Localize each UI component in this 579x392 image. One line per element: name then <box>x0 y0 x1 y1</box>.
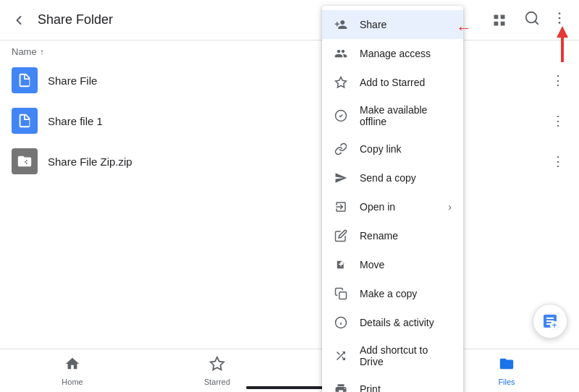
list-item[interactable]: Share File Zip.zip ⋮ <box>0 141 579 182</box>
svg-point-7 <box>559 17 561 20</box>
file-name: Share file 1 <box>48 115 549 127</box>
menu-item-open-in[interactable]: Open in › <box>322 192 463 221</box>
svg-rect-2 <box>494 21 499 25</box>
star-nav-icon <box>209 356 225 376</box>
nav-label-starred: Starred <box>204 378 230 386</box>
menu-item-shortcut[interactable]: Add shortcut to Drive <box>322 337 463 375</box>
svg-point-8 <box>559 22 561 24</box>
home-indicator <box>246 386 333 389</box>
nav-label-home: Home <box>62 378 83 386</box>
file-type-icon <box>12 67 38 93</box>
file-list: Name ↑ Share File ⋮ Share file 1 ⋮ Share… <box>0 41 579 182</box>
context-menu: Share Manage access Add to Starred Make … <box>322 6 463 392</box>
nav-label-files: Files <box>498 378 515 386</box>
svg-marker-18 <box>557 26 568 38</box>
svg-text:+: + <box>551 320 557 330</box>
file-more-button[interactable]: ⋮ <box>549 110 567 132</box>
svg-marker-22 <box>211 357 224 369</box>
menu-item-make-offline[interactable]: Make available offline <box>322 97 463 135</box>
file-more-button[interactable]: ⋮ <box>549 150 567 172</box>
file-name: Share File Zip.zip <box>48 155 549 168</box>
sort-arrow: ↑ <box>40 47 44 57</box>
menu-item-send-copy[interactable]: Send a copy <box>322 163 463 192</box>
menu-label-send-copy: Send a copy <box>360 172 452 184</box>
menu-label-add-starred: Add to Starred <box>360 77 452 88</box>
grid-view-button[interactable] <box>486 7 512 33</box>
copy-icon <box>334 286 348 301</box>
menu-label-share: Share <box>360 19 452 30</box>
menu-item-share[interactable]: Share <box>322 10 463 39</box>
menu-label-make-offline: Make available offline <box>360 104 452 127</box>
files-nav-icon <box>499 356 515 376</box>
menu-item-add-starred[interactable]: Add to Starred <box>322 68 463 97</box>
send-icon <box>334 171 348 185</box>
menu-item-details[interactable]: Details & activity <box>322 308 463 337</box>
list-item[interactable]: Share file 1 ⋮ <box>0 101 579 141</box>
menu-label-copy-link: Copy link <box>360 143 452 155</box>
menu-label-shortcut: Add shortcut to Drive <box>360 344 452 367</box>
annotation-arrow-horizontal: ← <box>456 19 472 38</box>
back-button[interactable] <box>12 13 26 27</box>
link-icon <box>334 142 348 156</box>
menu-label-rename: Rename <box>360 230 452 242</box>
bottom-navigation: Home Starred Shared Files <box>0 349 579 392</box>
home-icon <box>64 356 80 376</box>
svg-marker-9 <box>336 77 347 88</box>
search-icon[interactable] <box>524 10 540 30</box>
create-fab[interactable]: + <box>533 304 567 338</box>
header: Share Folder <box>0 0 579 41</box>
menu-label-move: Move <box>360 259 452 270</box>
nav-item-home[interactable]: Home <box>0 351 145 391</box>
shortcut-icon <box>334 349 348 363</box>
nav-item-starred[interactable]: Starred <box>145 351 290 391</box>
print-icon <box>334 382 348 392</box>
header-actions <box>486 7 567 33</box>
svg-rect-0 <box>494 14 499 19</box>
sort-label: Name <box>12 46 37 57</box>
list-item[interactable]: Share File ⋮ <box>0 60 579 101</box>
person-add-icon <box>334 17 348 32</box>
file-name: Share File <box>48 74 549 87</box>
menu-label-open-in: Open in <box>360 201 436 213</box>
menu-label-manage-access: Manage access <box>360 48 452 59</box>
edit-icon <box>334 229 348 243</box>
menu-item-make-copy[interactable]: Make a copy <box>322 279 463 308</box>
submenu-arrow: › <box>448 201 452 213</box>
menu-item-move[interactable]: Move <box>322 250 463 279</box>
sort-header[interactable]: Name ↑ <box>0 41 579 60</box>
menu-item-copy-link[interactable]: Copy link <box>322 135 463 163</box>
move-icon <box>334 257 348 272</box>
people-icon <box>334 46 348 61</box>
svg-rect-3 <box>501 21 505 25</box>
file-type-icon <box>12 148 38 174</box>
info-icon <box>334 315 348 330</box>
file-type-icon <box>12 108 38 134</box>
menu-label-details: Details & activity <box>360 317 452 328</box>
menu-item-print[interactable]: Print <box>322 375 463 392</box>
svg-rect-1 <box>501 14 505 19</box>
menu-item-rename[interactable]: Rename <box>322 221 463 250</box>
menu-label-make-copy: Make a copy <box>360 288 452 299</box>
svg-line-5 <box>535 21 538 24</box>
open-in-icon <box>334 200 348 214</box>
svg-point-6 <box>559 12 561 14</box>
file-more-button[interactable]: ⋮ <box>549 69 567 91</box>
svg-rect-19 <box>561 36 564 62</box>
menu-label-print: Print <box>360 383 452 392</box>
svg-rect-11 <box>339 292 347 299</box>
menu-item-manage-access[interactable]: Manage access <box>322 39 463 68</box>
check-circle-icon <box>334 108 348 123</box>
annotation-arrow-vertical <box>557 26 568 62</box>
star-icon <box>334 75 348 90</box>
